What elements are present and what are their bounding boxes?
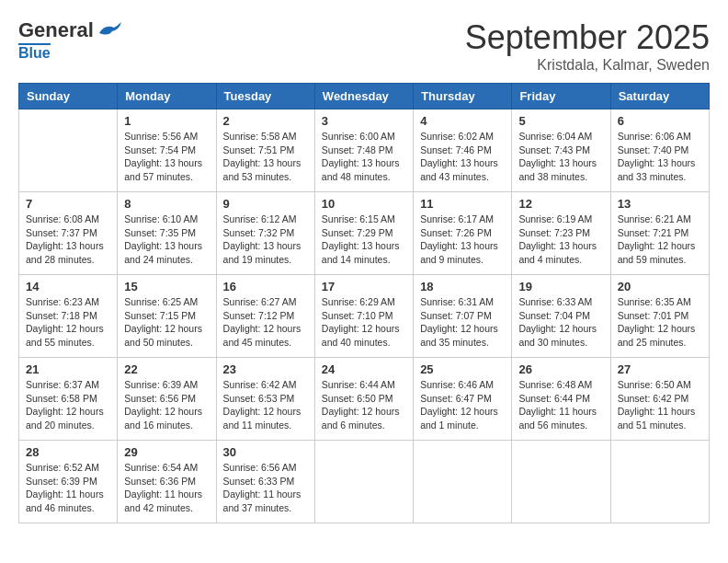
calendar-cell: 21Sunrise: 6:37 AMSunset: 6:58 PMDayligh…	[19, 358, 118, 441]
day-number: 14	[26, 280, 110, 293]
day-number: 6	[618, 114, 702, 128]
day-info: Sunrise: 6:29 AMSunset: 7:10 PMDaylight:…	[322, 295, 406, 350]
calendar-cell	[414, 441, 512, 523]
col-header-friday: Friday	[512, 84, 610, 109]
calendar: SundayMondayTuesdayWednesdayThursdayFrid…	[18, 83, 710, 523]
calendar-cell: 27Sunrise: 6:50 AMSunset: 6:42 PMDayligh…	[610, 358, 709, 441]
day-info: Sunrise: 6:31 AMSunset: 7:07 PMDaylight:…	[420, 295, 505, 350]
day-number: 16	[223, 280, 308, 293]
calendar-cell: 9Sunrise: 6:12 AMSunset: 7:32 PMDaylight…	[216, 192, 314, 275]
day-info: Sunrise: 6:17 AMSunset: 7:26 PMDaylight:…	[420, 213, 505, 267]
day-info: Sunrise: 6:19 AMSunset: 7:23 PMDaylight:…	[518, 213, 603, 267]
day-info: Sunrise: 6:23 AMSunset: 7:18 PMDaylight:…	[26, 295, 110, 350]
day-number: 20	[618, 280, 702, 293]
day-number: 13	[618, 197, 702, 211]
day-info: Sunrise: 5:56 AMSunset: 7:54 PMDaylight:…	[124, 130, 209, 184]
week-row-2: 7Sunrise: 6:08 AMSunset: 7:37 PMDaylight…	[19, 192, 710, 275]
calendar-cell: 15Sunrise: 6:25 AMSunset: 7:15 PMDayligh…	[118, 275, 216, 358]
col-header-saturday: Saturday	[610, 84, 709, 109]
calendar-header-row: SundayMondayTuesdayWednesdayThursdayFrid…	[19, 84, 710, 109]
calendar-cell: 24Sunrise: 6:44 AMSunset: 6:50 PMDayligh…	[314, 358, 413, 441]
day-number: 27	[618, 362, 702, 376]
day-number: 28	[26, 445, 110, 459]
logo-blue: Blue	[18, 45, 51, 61]
calendar-cell: 30Sunrise: 6:56 AMSunset: 6:33 PMDayligh…	[216, 441, 314, 523]
calendar-cell	[610, 441, 709, 523]
month-title: September 2025	[465, 18, 710, 57]
day-info: Sunrise: 6:42 AMSunset: 6:53 PMDaylight:…	[223, 378, 308, 432]
day-info: Sunrise: 6:12 AMSunset: 7:32 PMDaylight:…	[223, 213, 308, 267]
calendar-cell: 3Sunrise: 6:00 AMSunset: 7:48 PMDaylight…	[314, 109, 413, 192]
calendar-cell: 5Sunrise: 6:04 AMSunset: 7:43 PMDaylight…	[512, 109, 610, 192]
logo-general: General	[18, 18, 94, 42]
day-number: 10	[322, 197, 406, 211]
calendar-cell: 4Sunrise: 6:02 AMSunset: 7:46 PMDaylight…	[414, 109, 512, 192]
day-number: 7	[26, 197, 110, 211]
day-info: Sunrise: 6:56 AMSunset: 6:33 PMDaylight:…	[223, 461, 308, 515]
calendar-cell: 12Sunrise: 6:19 AMSunset: 7:23 PMDayligh…	[512, 192, 610, 275]
day-number: 30	[223, 445, 308, 459]
day-number: 18	[420, 280, 505, 293]
day-info: Sunrise: 6:10 AMSunset: 7:35 PMDaylight:…	[124, 213, 209, 267]
day-info: Sunrise: 6:52 AMSunset: 6:39 PMDaylight:…	[26, 461, 110, 515]
calendar-cell: 25Sunrise: 6:46 AMSunset: 6:47 PMDayligh…	[414, 358, 512, 441]
day-info: Sunrise: 6:25 AMSunset: 7:15 PMDaylight:…	[124, 295, 209, 350]
week-row-3: 14Sunrise: 6:23 AMSunset: 7:18 PMDayligh…	[19, 275, 710, 358]
title-area: September 2025 Kristdala, Kalmar, Sweden	[465, 18, 710, 74]
day-info: Sunrise: 6:06 AMSunset: 7:40 PMDaylight:…	[618, 130, 702, 184]
day-number: 25	[420, 362, 505, 376]
day-number: 21	[26, 362, 110, 376]
calendar-cell	[19, 109, 118, 192]
day-info: Sunrise: 6:46 AMSunset: 6:47 PMDaylight:…	[420, 378, 505, 432]
col-header-tuesday: Tuesday	[216, 84, 314, 109]
day-info: Sunrise: 6:15 AMSunset: 7:29 PMDaylight:…	[322, 213, 406, 267]
col-header-wednesday: Wednesday	[314, 84, 413, 109]
day-info: Sunrise: 6:50 AMSunset: 6:42 PMDaylight:…	[618, 378, 702, 432]
calendar-cell: 23Sunrise: 6:42 AMSunset: 6:53 PMDayligh…	[216, 358, 314, 441]
day-info: Sunrise: 6:54 AMSunset: 6:36 PMDaylight:…	[124, 461, 209, 515]
calendar-cell: 22Sunrise: 6:39 AMSunset: 6:56 PMDayligh…	[118, 358, 216, 441]
calendar-cell: 8Sunrise: 6:10 AMSunset: 7:35 PMDaylight…	[118, 192, 216, 275]
day-info: Sunrise: 6:33 AMSunset: 7:04 PMDaylight:…	[518, 295, 603, 350]
day-info: Sunrise: 6:44 AMSunset: 6:50 PMDaylight:…	[322, 378, 406, 432]
day-info: Sunrise: 6:39 AMSunset: 6:56 PMDaylight:…	[124, 378, 209, 432]
col-header-sunday: Sunday	[19, 84, 118, 109]
week-row-4: 21Sunrise: 6:37 AMSunset: 6:58 PMDayligh…	[19, 358, 710, 441]
calendar-cell	[512, 441, 610, 523]
day-number: 17	[322, 280, 406, 293]
day-number: 24	[322, 362, 406, 376]
calendar-cell: 16Sunrise: 6:27 AMSunset: 7:12 PMDayligh…	[216, 275, 314, 358]
calendar-cell: 6Sunrise: 6:06 AMSunset: 7:40 PMDaylight…	[610, 109, 709, 192]
calendar-cell: 13Sunrise: 6:21 AMSunset: 7:21 PMDayligh…	[610, 192, 709, 275]
day-info: Sunrise: 6:00 AMSunset: 7:48 PMDaylight:…	[322, 130, 406, 184]
day-info: Sunrise: 6:27 AMSunset: 7:12 PMDaylight:…	[223, 295, 308, 350]
day-info: Sunrise: 6:37 AMSunset: 6:58 PMDaylight:…	[26, 378, 110, 432]
calendar-cell: 29Sunrise: 6:54 AMSunset: 6:36 PMDayligh…	[118, 441, 216, 523]
calendar-cell: 28Sunrise: 6:52 AMSunset: 6:39 PMDayligh…	[19, 441, 118, 523]
logo: General Blue	[18, 18, 125, 62]
day-number: 5	[518, 114, 603, 128]
day-info: Sunrise: 6:21 AMSunset: 7:21 PMDaylight:…	[618, 213, 702, 267]
calendar-cell: 19Sunrise: 6:33 AMSunset: 7:04 PMDayligh…	[512, 275, 610, 358]
day-number: 4	[420, 114, 505, 128]
day-number: 26	[518, 362, 603, 376]
calendar-cell: 11Sunrise: 6:17 AMSunset: 7:26 PMDayligh…	[414, 192, 512, 275]
day-number: 3	[322, 114, 406, 128]
calendar-cell: 14Sunrise: 6:23 AMSunset: 7:18 PMDayligh…	[19, 275, 118, 358]
calendar-cell: 10Sunrise: 6:15 AMSunset: 7:29 PMDayligh…	[314, 192, 413, 275]
day-number: 12	[518, 197, 603, 211]
day-info: Sunrise: 6:48 AMSunset: 6:44 PMDaylight:…	[518, 378, 603, 432]
header: General Blue September 2025 Kristdala, K…	[18, 18, 710, 74]
day-info: Sunrise: 6:02 AMSunset: 7:46 PMDaylight:…	[420, 130, 505, 184]
day-number: 29	[124, 445, 209, 459]
day-number: 1	[124, 114, 209, 128]
calendar-cell: 17Sunrise: 6:29 AMSunset: 7:10 PMDayligh…	[314, 275, 413, 358]
day-number: 9	[223, 197, 308, 211]
logo-bird-icon	[96, 20, 125, 40]
week-row-5: 28Sunrise: 6:52 AMSunset: 6:39 PMDayligh…	[19, 441, 710, 523]
day-info: Sunrise: 6:08 AMSunset: 7:37 PMDaylight:…	[26, 213, 110, 267]
calendar-cell: 2Sunrise: 5:58 AMSunset: 7:51 PMDaylight…	[216, 109, 314, 192]
calendar-cell: 7Sunrise: 6:08 AMSunset: 7:37 PMDaylight…	[19, 192, 118, 275]
calendar-cell: 26Sunrise: 6:48 AMSunset: 6:44 PMDayligh…	[512, 358, 610, 441]
col-header-thursday: Thursday	[414, 84, 512, 109]
